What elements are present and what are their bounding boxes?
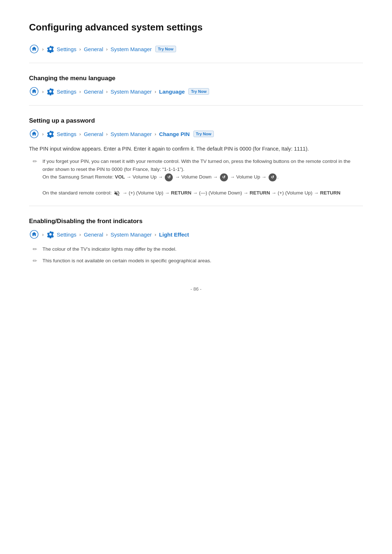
nav-general-link-4[interactable]: General xyxy=(84,231,103,238)
note-samsung-label: On the Samsung Smart Remote: xyxy=(42,174,115,180)
note-mid3: → Volume Up → xyxy=(230,174,267,180)
return-label-3: RETURN xyxy=(320,190,340,196)
pencil-icon-1: ✏ xyxy=(33,158,37,197)
settings-icon-4 xyxy=(46,230,54,238)
nav-system-manager-link-3[interactable]: System Manager xyxy=(111,131,152,137)
note-pin-reset-text: If you forget your PIN, you can reset it… xyxy=(42,157,363,197)
try-now-badge-3[interactable]: Try Now xyxy=(193,131,214,137)
breadcrumb-arrow-2: › xyxy=(79,46,81,52)
try-now-badge-2[interactable]: Try Now xyxy=(188,88,209,95)
nav-language-link[interactable]: Language xyxy=(159,89,185,95)
nav-path-language: › Settings › General › System Manager › … xyxy=(29,86,363,97)
std-note-2: → (—) (Volume Down) → xyxy=(191,190,250,196)
section-password-header: Setting up a password xyxy=(29,117,363,124)
section-light-effect-header: Enabling/Disabling the front indicators xyxy=(29,218,363,225)
pencil-icon-3: ✏ xyxy=(33,258,37,265)
note-light-effect-text-1: The colour of the TV’s indicator lights … xyxy=(42,245,176,253)
nav-settings-link-3[interactable]: Settings xyxy=(57,131,76,137)
note-light-effect-2: ✏ This function is not available on cert… xyxy=(29,257,363,265)
note-light-effect-1: ✏ The colour of the TV’s indicator light… xyxy=(29,245,363,253)
home-icon-4 xyxy=(29,229,39,239)
note-line1: If you forget your PIN, you can reset it… xyxy=(42,159,350,172)
std-note-1: → (+) (Volume Up) → xyxy=(122,190,171,196)
settings-icon-3 xyxy=(46,130,54,138)
nav-general-link[interactable]: General xyxy=(84,46,103,52)
nav-settings-link-2[interactable]: Settings xyxy=(57,89,76,95)
circle-btn-3: ↺ xyxy=(269,173,277,181)
pencil-icon-2: ✏ xyxy=(33,246,37,253)
page-footer: - 86 - xyxy=(29,286,363,292)
nav-path-pin: › Settings › General › System Manager › … xyxy=(29,129,363,139)
note-standard-label: On the standard remote control: xyxy=(42,190,113,196)
pin-body-text: The PIN input window appears. Enter a PI… xyxy=(29,145,363,153)
breadcrumb-arrow-3: › xyxy=(106,46,107,52)
divider-1 xyxy=(29,63,363,63)
section-language-header: Changing the menu language xyxy=(29,75,363,82)
return-label-2: RETURN xyxy=(250,190,270,196)
nav-general-link-3[interactable]: General xyxy=(84,131,103,137)
try-now-badge-1[interactable]: Try Now xyxy=(155,46,176,52)
note-mid2: → Volume Down → xyxy=(175,174,218,180)
page-title: Configuring advanced system settings xyxy=(29,22,363,33)
nav-path-light-effect: › Settings › General › System Manager › … xyxy=(29,229,363,239)
divider-2 xyxy=(29,105,363,106)
home-icon-3 xyxy=(29,129,39,139)
nav-system-manager-link-2[interactable]: System Manager xyxy=(111,89,152,95)
circle-btn-1: ↺ xyxy=(165,173,173,181)
nav-settings-link-4[interactable]: Settings xyxy=(57,231,76,238)
circle-btn-2: ↺ xyxy=(220,173,228,181)
note-mid1: → Volume Up → xyxy=(125,174,163,180)
nav-system-manager-link[interactable]: System Manager xyxy=(111,46,152,52)
nav-light-effect-link[interactable]: Light Effect xyxy=(159,231,189,238)
settings-icon-2 xyxy=(46,87,54,95)
nav-settings-link[interactable]: Settings xyxy=(57,46,76,52)
mute-icon xyxy=(114,190,120,197)
nav-change-pin-link[interactable]: Change PIN xyxy=(159,131,189,137)
home-icon-2 xyxy=(29,86,39,97)
home-icon xyxy=(29,44,39,54)
note-pin-reset: ✏ If you forget your PIN, you can reset … xyxy=(29,157,363,197)
breadcrumb-arrow-1: › xyxy=(42,46,44,52)
breadcrumb-arrow-4: › xyxy=(42,89,44,94)
nav-path-main: › Settings › General › System Manager Tr… xyxy=(29,44,363,54)
divider-3 xyxy=(29,206,363,206)
vol-label: VOL xyxy=(115,174,125,180)
return-label-1: RETURN xyxy=(171,190,191,196)
std-note-3: → (+) (Volume Up) → xyxy=(270,190,320,196)
nav-system-manager-link-4[interactable]: System Manager xyxy=(111,231,152,238)
note-light-effect-text-2: This function is not available on certai… xyxy=(42,257,211,265)
settings-icon-1 xyxy=(46,45,54,53)
nav-general-link-2[interactable]: General xyxy=(84,89,103,95)
